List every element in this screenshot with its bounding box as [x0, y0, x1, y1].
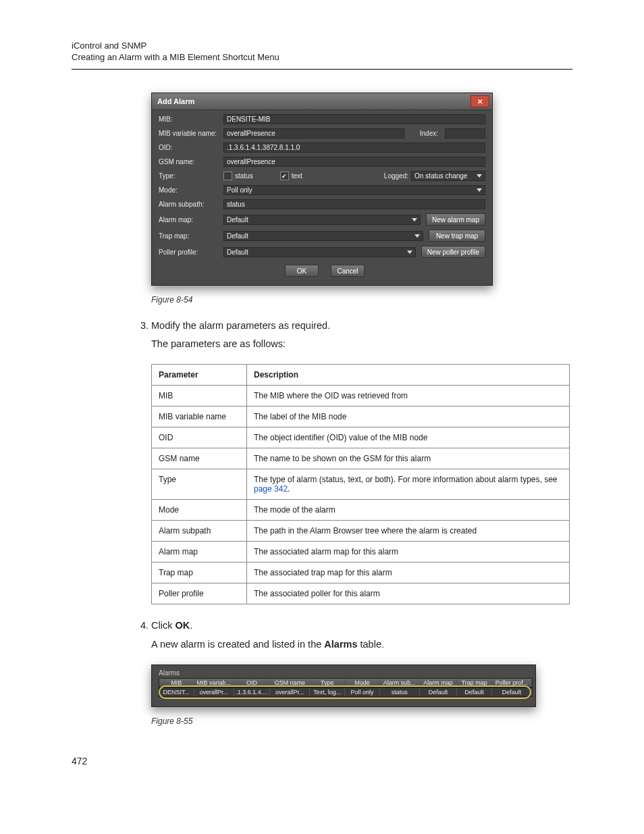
table-header-parameter: Parameter — [152, 365, 247, 386]
new-poller-profile-button[interactable]: New poller profile — [421, 246, 485, 258]
gsm-name-label: GSM name: — [159, 158, 223, 165]
alarms-cell: Default — [420, 688, 457, 696]
poller-profile-label: Poller profile: — [159, 249, 223, 256]
param-desc: The type of alarm (status, text, or both… — [247, 469, 570, 500]
table-row: TypeThe type of alarm (status, text, or … — [152, 469, 570, 500]
param-name: Poller profile — [152, 583, 247, 604]
alarms-col-header[interactable]: Alarm map — [420, 679, 457, 687]
table-row: Trap mapThe associated trap map for this… — [152, 563, 570, 583]
type-status-text: status — [235, 172, 253, 180]
mib-variable-name-label: MIB variable name: — [159, 130, 223, 137]
gsm-name-field[interactable]: overallPresence — [223, 157, 485, 167]
index-field[interactable] — [445, 128, 485, 138]
figure-8-54-caption: Figure 8-54 — [151, 295, 572, 305]
alarms-col-header[interactable]: Mode — [345, 679, 380, 687]
alarm-map-value: Default — [227, 216, 248, 224]
add-alarm-dialog: Add Alarm ✕ MIB: DENSITE-MIB MIB variabl… — [151, 93, 493, 286]
alarms-cell: DENSIT... — [159, 688, 194, 696]
type-text-checkbox[interactable]: ✔text — [280, 172, 302, 180]
oid-label: OID: — [159, 144, 223, 151]
param-desc: The associated trap map for this alarm — [247, 563, 570, 583]
alarms-col-header[interactable]: MIB variab... — [194, 679, 234, 687]
new-alarm-map-button[interactable]: New alarm map — [426, 213, 485, 226]
param-name: Type — [152, 469, 247, 500]
new-trap-map-button[interactable]: New trap map — [429, 230, 485, 242]
poller-profile-value: Default — [227, 249, 248, 256]
alarms-col-header[interactable]: Type — [310, 679, 345, 687]
index-label: Index: — [404, 130, 441, 137]
type-status-checkbox[interactable]: status — [223, 172, 253, 180]
mib-variable-name-field[interactable]: overallPresence — [223, 128, 404, 138]
alarms-cell: Text, log... — [310, 688, 345, 696]
mib-label: MIB: — [159, 115, 223, 123]
dialog-title-text: Add Alarm — [157, 97, 194, 105]
alarms-col-header[interactable]: Alarm sub... — [380, 679, 420, 687]
alarms-cell: Default — [457, 688, 492, 696]
chevron-down-icon — [407, 251, 412, 254]
mib-field[interactable]: DENSITE-MIB — [223, 114, 485, 124]
param-name: OID — [152, 427, 247, 448]
param-desc: The MIB where the OID was retrieved from — [247, 386, 570, 407]
alarm-subpath-field[interactable]: status — [223, 199, 485, 209]
poller-profile-select[interactable]: Default — [223, 247, 416, 257]
param-name: Trap map — [152, 563, 247, 583]
page-number: 472 — [72, 756, 572, 766]
logged-select[interactable]: On status change — [411, 171, 485, 181]
param-name: Alarm map — [152, 542, 247, 563]
alarms-col-header[interactable]: MIB — [159, 679, 194, 687]
alarms-cell: overallPr... — [270, 688, 310, 696]
table-row: ModeThe mode of the alarm — [152, 500, 570, 521]
param-name: MIB — [152, 386, 247, 407]
step-3-line2: The parameters are as follows: — [151, 336, 572, 352]
param-name: Mode — [152, 500, 247, 521]
param-desc: The mode of the alarm — [247, 500, 570, 521]
chevron-down-icon — [477, 174, 482, 178]
alarms-table-row[interactable]: DENSIT...overallPr....1.3.6.1.4....overa… — [159, 687, 533, 697]
step-4-line2: A new alarm is created and listed in the… — [151, 637, 572, 652]
step-4b-pre: A new alarm is created and listed in the — [151, 639, 324, 650]
alarm-map-select[interactable]: Default — [223, 215, 421, 225]
oid-field[interactable]: .1.3.6.1.4.1.3872.8.1.1.0 — [223, 142, 485, 153]
alarms-col-header[interactable]: GSM name — [270, 679, 310, 687]
figure-8-55-caption: Figure 8-55 — [151, 716, 572, 726]
step-4-pre: Click — [151, 620, 175, 631]
cancel-button[interactable]: Cancel — [331, 265, 365, 277]
alarms-panel: Alarms MIBMIB variab...OIDGSM nameTypeMo… — [151, 664, 536, 707]
param-desc: The associated alarm map for this alarm — [247, 542, 570, 563]
param-name: GSM name — [152, 448, 247, 469]
table-row: MIB variable nameThe label of the MIB no… — [152, 407, 570, 427]
alarms-cell: Poll only — [345, 688, 380, 696]
mode-select[interactable]: Poll only — [223, 185, 485, 195]
parameters-table: Parameter Description MIBThe MIB where t… — [151, 364, 570, 604]
ok-button[interactable]: OK — [285, 265, 319, 277]
logged-label: Logged: — [384, 172, 411, 180]
mode-label: Mode: — [159, 186, 223, 194]
table-header-description: Description — [247, 365, 570, 386]
page-header: iControl and SNMP Creating an Alarm with… — [72, 41, 572, 70]
alarms-cell: overallPr... — [194, 688, 234, 696]
table-row: OIDThe object identifier (OID) value of … — [152, 427, 570, 448]
steps-list: Modify the alarm parameters as required.… — [135, 318, 572, 352]
step-4-bold: OK — [175, 620, 190, 631]
logged-value: On status change — [414, 172, 467, 180]
step-3-line1: Modify the alarm parameters as required. — [151, 320, 330, 331]
table-row: Alarm subpathThe path in the Alarm Brows… — [152, 521, 570, 542]
step-4b-post: table. — [357, 639, 384, 650]
alarms-col-header[interactable]: Trap map — [457, 679, 492, 687]
table-row: Poller profileThe associated poller for … — [152, 583, 570, 604]
page-link[interactable]: page 342 — [254, 484, 288, 494]
header-rule — [72, 69, 572, 70]
close-icon[interactable]: ✕ — [471, 95, 489, 107]
step-4-line1: Click OK. — [151, 620, 192, 631]
step-4b-bold: Alarms — [324, 639, 357, 650]
alarms-col-header[interactable]: Poller prof... — [492, 679, 532, 687]
header-topic: Creating an Alarm with a MIB Element Sho… — [72, 52, 572, 62]
trap-map-select[interactable]: Default — [223, 231, 423, 241]
param-desc: The label of the MIB node — [247, 407, 570, 427]
chevron-down-icon — [477, 188, 482, 192]
param-name: MIB variable name — [152, 407, 247, 427]
alarms-table: MIBMIB variab...OIDGSM nameTypeModeAlarm… — [159, 678, 533, 697]
table-row: MIBThe MIB where the OID was retrieved f… — [152, 386, 570, 407]
alarms-col-header[interactable]: OID — [234, 679, 271, 687]
param-name: Alarm subpath — [152, 521, 247, 542]
